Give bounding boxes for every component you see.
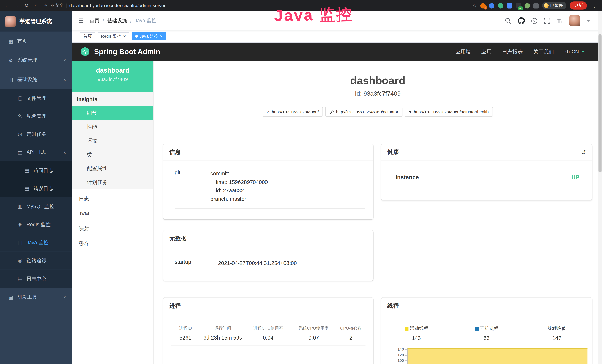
avatar-caret-icon[interactable] — [587, 20, 590, 23]
help-icon[interactable]: ? — [532, 18, 537, 23]
legend-label: 活动线程 — [410, 325, 428, 332]
sidebar-logo[interactable]: 芋道管理系统 — [0, 11, 72, 32]
tab-java-monitor[interactable]: Java 监控 × — [132, 32, 166, 40]
sidebar-item-file-management[interactable]: ▢ 文件管理 — [0, 89, 72, 107]
search-icon[interactable] — [505, 17, 512, 24]
actuator-url-button[interactable]: http://192.168.0.2:48080/actuator — [325, 107, 402, 117]
extension-leaf-icon[interactable] — [525, 3, 530, 8]
sba-language-selector[interactable]: zh-CN — [564, 49, 585, 54]
sba-nav-journal[interactable]: 日志报表 — [502, 48, 523, 55]
legend-daemon-threads: 守护进程 53 — [452, 325, 522, 341]
sba-item-details[interactable]: 细节 — [72, 107, 153, 120]
screenshot-stage: ← → ↻ ⌂ ⚠ 不安全 dashboard.yudao.iocoder.cn… — [0, 0, 602, 364]
process-row-divider — [171, 346, 366, 346]
threads-legend: 活动线程 143 守护进程 53 线程峰值 147 — [381, 325, 592, 341]
paused-badge[interactable]: 已暂停 — [542, 2, 566, 9]
extensions-puzzle-icon[interactable] — [533, 3, 538, 8]
legend-value: 147 — [522, 335, 592, 341]
sba-item-environment[interactable]: 环境 — [72, 134, 153, 148]
chevron-up-icon: ∧ — [64, 150, 66, 154]
close-icon[interactable]: × — [123, 34, 126, 38]
chrome-update-button[interactable]: 更新 — [570, 1, 587, 10]
sidebar-item-config-management[interactable]: ✎ 配置管理 — [0, 107, 72, 125]
scrollbar-thumb[interactable] — [599, 34, 602, 172]
sba-nav-wallboard[interactable]: 应用墙 — [455, 48, 471, 55]
sba-item-classes[interactable]: 类 — [72, 148, 153, 162]
history-icon[interactable]: ↺ — [581, 149, 586, 156]
sba-nav-about[interactable]: 关于我们 — [533, 48, 554, 55]
health-url-label: http://192.168.0.2:48080/actuator/health — [414, 109, 489, 114]
sidebar-item-scheduled-jobs[interactable]: ◷ 定时任务 — [0, 125, 72, 143]
sidebar-item-redis-monitor[interactable]: ◈ Redis 监控 — [0, 215, 72, 234]
sba-item-metrics[interactable]: 性能 — [72, 120, 153, 134]
close-icon[interactable]: × — [160, 34, 162, 38]
sba-item-logfile[interactable]: 日志 — [72, 191, 153, 206]
sidebar-item-tracing[interactable]: ◎ 链路追踪 — [0, 251, 72, 269]
legend-label: 线程峰值 — [548, 325, 566, 332]
service-url-button[interactable]: ⌂ http://192.168.0.2:48080/ — [263, 107, 323, 117]
url-text[interactable]: dashboard.yudao.iocoder.cn/infra/admin-s… — [69, 3, 166, 8]
sba-content: dashboard Id: 93a3fc7f7409 ⌂ http://192.… — [153, 61, 602, 364]
vue-devtools-icon[interactable] — [498, 3, 503, 8]
sidebar-item-java-monitor[interactable]: ◫ Java 监控 — [0, 234, 72, 251]
home-icon: ⌂ — [267, 109, 269, 114]
back-icon[interactable]: ← — [4, 3, 11, 8]
sidebar-item-api-logs[interactable]: ▤ API 日志 ∧ — [0, 143, 72, 161]
metadata-key: startup — [175, 259, 218, 268]
legend-peak-threads: 线程峰值 147 — [522, 325, 592, 341]
sba-instance-header[interactable]: dashboard 93a3fc7f7409 — [72, 61, 153, 92]
github-icon[interactable] — [518, 17, 525, 24]
info-card-title: 信息 — [163, 144, 373, 161]
sidebar-item-infrastructure[interactable]: ◫ 基础设施 ∧ — [0, 70, 72, 89]
sba-item-mappings[interactable]: 映射 — [72, 221, 153, 236]
sidebar-item-mysql-monitor[interactable]: ▥ MySQL 监控 — [0, 197, 72, 215]
address-bar[interactable]: ⚠ 不安全 dashboard.yudao.iocoder.cn/infra/a… — [44, 3, 470, 8]
extension-drop-icon[interactable] — [489, 3, 494, 8]
sba-brand-title[interactable]: Spring Boot Admin — [94, 47, 160, 56]
sidebar-item-access-logs[interactable]: ▤ 访问日志 — [0, 161, 72, 179]
tab-redis-monitor[interactable]: Redis 监控 × — [97, 32, 129, 40]
sidebar-item-label: MySQL 监控 — [27, 203, 54, 210]
edit-icon: ✎ — [17, 113, 23, 119]
sba-insights-group: Insights 细节 性能 环境 类 配置属性 计划任务 — [72, 92, 153, 189]
page-scrollbar[interactable] — [598, 11, 602, 364]
forward-icon[interactable]: → — [13, 3, 20, 8]
legend-value: 53 — [452, 335, 522, 341]
sba-nav-applications[interactable]: 应用 — [481, 48, 492, 55]
admin-app: 芋道管理系统 ▦ 首页 ⚙ 系统管理 ∨ ◫ 基础设施 ∧ ▢ 文件管理 ✎ — [0, 11, 602, 364]
reload-icon[interactable]: ↻ — [23, 3, 30, 8]
sidebar-item-dev-tools[interactable]: ▣ 研发工具 ∨ — [0, 288, 72, 307]
tab-home[interactable]: 首页 — [80, 32, 95, 40]
browser-menu-icon[interactable]: ⋮ — [591, 2, 598, 9]
breadcrumb-infrastructure[interactable]: 基础设施 — [107, 17, 127, 24]
sidebar-item-log-center[interactable]: ▤ 日志中心 — [0, 270, 72, 288]
fullscreen-icon[interactable] — [544, 17, 551, 24]
extension-grid-icon[interactable] — [507, 3, 512, 8]
hamburger-icon[interactable]: ☰ — [78, 17, 84, 24]
legend-label: 守护进程 — [480, 325, 499, 332]
breadcrumb-home[interactable]: 首页 — [90, 17, 100, 24]
home-icon[interactable]: ⌂ — [33, 3, 40, 8]
sba-item-jvm[interactable]: JVM — [72, 206, 153, 221]
info-line: id: 27aa832 — [210, 186, 268, 195]
sidebar-item-error-logs[interactable]: ▤ 错误日志 — [0, 179, 72, 197]
user-avatar[interactable] — [569, 15, 580, 26]
font-size-icon[interactable]: TT — [557, 17, 563, 24]
extension-switch-icon[interactable]: on — [516, 3, 521, 8]
sidebar-item-label: 日志中心 — [27, 275, 46, 282]
security-label[interactable]: 不安全 — [50, 3, 64, 8]
sidebar-item-home[interactable]: ▦ 首页 — [0, 32, 72, 51]
browser-window: ← → ↻ ⌂ ⚠ 不安全 dashboard.yudao.iocoder.cn… — [0, 0, 602, 364]
sidebar-item-system[interactable]: ⚙ 系统管理 ∨ — [0, 51, 72, 70]
sba-item-scheduled-tasks[interactable]: 计划任务 — [72, 175, 153, 189]
bookmark-star-icon[interactable]: ☆ — [473, 3, 477, 8]
process-uptime: 6d 23h 15m 59s — [200, 334, 245, 341]
threads-card-title: 线程 — [381, 298, 592, 314]
sba-item-config-props[interactable]: 配置属性 — [72, 162, 153, 176]
threads-chart-y-axis: 140 120 100 — [388, 347, 407, 364]
health-url-button[interactable]: ♥ http://192.168.0.2:48080/actuator/heal… — [405, 107, 493, 117]
sba-item-caches[interactable]: 缓存 — [72, 236, 153, 251]
sidebar-item-label: Redis 监控 — [27, 221, 51, 228]
info-key: git — [175, 169, 210, 203]
extension-fox-icon[interactable]: 1 — [480, 3, 486, 8]
